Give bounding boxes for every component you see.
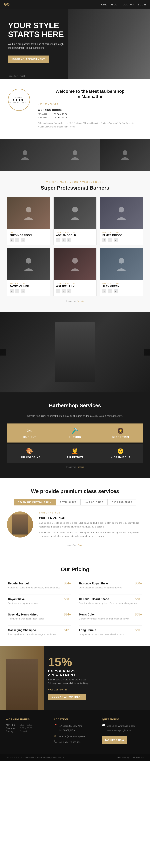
facebook-icon[interactable]: f [102, 238, 106, 242]
pricing-price: $35+ [64, 597, 71, 601]
phone-icon: 📞 [54, 740, 58, 743]
pricing-desc: Long haircut is our honor to our classic… [79, 633, 142, 636]
service-card: 🪒Shaving [52, 424, 98, 442]
service-card: 🎨Hair Coloring [7, 444, 52, 463]
hero-section: YOUR STYLE STARTS HERE We build our pass… [0, 9, 150, 79]
service-icon: ✂ [27, 428, 32, 434]
promo-discount: 15% [48, 656, 88, 668]
pricing-price: $65+ [135, 597, 142, 601]
svg-point-6 [26, 258, 31, 264]
premium-tab-cuts-and-fades[interactable]: CUTS AND FADES [108, 499, 136, 505]
linkedin-icon[interactable]: in [114, 238, 118, 242]
linkedin-icon[interactable]: in [114, 289, 118, 293]
promo-tagline: ON YOUR FIRST APPOINTMENT [48, 670, 88, 677]
hero-headline: YOUR STYLE STARTS HERE [8, 21, 78, 39]
whatsapp-button[interactable]: TAP HERE NOW [102, 736, 127, 744]
footer-link-terms-of-use[interactable]: Terms of Use [132, 756, 144, 759]
footer-email: support@barber-shop.com [59, 734, 85, 739]
nav-link-home[interactable]: HOME [100, 3, 107, 6]
location-pin-icon: 📍 [54, 724, 58, 727]
pricing-name: Royal Shave $35+ [8, 597, 71, 601]
barber-name: JAMES OLIVER [10, 285, 48, 288]
nav-link-about[interactable]: ABOUT [111, 3, 119, 6]
book-appointment-button[interactable]: BOOK AN APPOINTMENT [8, 56, 49, 63]
svg-point-2 [123, 150, 127, 155]
svg-point-8 [119, 258, 124, 264]
premium-tab-beard-and-mustache-trim[interactable]: BEARD AND MUSTACHE TRIM [13, 499, 56, 505]
barber-name: WALTER LILLY [56, 285, 94, 288]
footer-bottom: Website built in 2024 to reflect the Bes… [0, 754, 150, 761]
navigation: GO HOMEABOUTCONTACTLOGIN [0, 0, 150, 9]
gallery-strip [0, 139, 150, 171]
linkedin-icon[interactable]: in [67, 289, 71, 293]
footer-address: 17 Green St, New York, NY 10002, USA [60, 724, 82, 733]
premium-tab-hair-coloring[interactable]: HAIR COLORING [80, 499, 108, 505]
pricing-desc: Enhance your look with the permanent col… [79, 617, 142, 620]
barber-photo [53, 248, 97, 280]
nav-link-contact[interactable]: CONTACT [123, 3, 135, 6]
service-card: 💆Hair Removal [52, 444, 98, 463]
welcome-title: Welcome to the Best Barbershop in Manhat… [38, 89, 142, 99]
service-icon: 🧔 [117, 428, 124, 434]
premium-content: BARBER / STYLIST WALTER ZURICH Sample te… [7, 512, 143, 540]
pricing-name: Men's Color $55+ [79, 613, 142, 616]
hero-description: We build our passion for the art of barb… [8, 42, 78, 50]
service-card: 👶Kids Haircut [98, 444, 143, 463]
service-icon: 💆 [71, 448, 78, 454]
instagram-icon[interactable]: i [108, 238, 112, 242]
footer-hours-list: Mon - Fri:9:00 – 23:00Saturday:9:30 – 20… [6, 724, 48, 733]
pricing-item: Haircut + Beard Shape $65+ Beard or shav… [79, 594, 142, 605]
barber-social: f i in [56, 289, 94, 293]
service-card: 🧔Beard Trim [98, 424, 143, 442]
slider-next-button[interactable]: › [144, 349, 150, 355]
barber-social: f i in [10, 289, 48, 293]
footer-hours-title: Working Hours [6, 718, 48, 721]
facebook-icon[interactable]: f [102, 289, 106, 293]
premium-tab-royal-shave[interactable]: ROYAL SHAVE [56, 499, 80, 505]
facebook-icon[interactable]: f [56, 289, 60, 293]
services-description: Sample text. Click to select the text bo… [25, 415, 125, 417]
svg-point-5 [119, 207, 124, 212]
welcome-section: BARBER SHOP CRAFTED BY MANHATTAN Welcome… [0, 79, 150, 139]
barber-social: f i in [102, 238, 140, 242]
services-grid-row2: 🎨Hair Coloring💆Hair Removal👶Kids Haircut [7, 444, 143, 463]
slider-prev-button[interactable]: ‹ [0, 349, 6, 355]
hours-row: SAT-SUN09:00 – 20:00 [38, 116, 142, 119]
instagram-icon[interactable]: i [62, 238, 66, 242]
promo-sub: Sample text. Click to select the text bo… [48, 678, 88, 685]
linkedin-icon[interactable]: in [21, 289, 25, 293]
footer-questions-title: Questions? [102, 718, 144, 721]
promo-book-button[interactable]: BOOK AN APPOINTMENT [48, 694, 86, 700]
linkedin-icon[interactable]: in [67, 238, 71, 242]
pricing-price: $55+ [135, 613, 142, 616]
service-name: Hair Cut [23, 436, 36, 438]
pricing-item: Specialty Men's Haircut $34+ Premium cut… [8, 610, 71, 620]
barber-role: BARBER / STYLIST [56, 282, 94, 284]
footer-link-privacy-policy[interactable]: Privacy Policy [117, 756, 129, 759]
barber-logo: BARBER SHOP CRAFTED BY MANHATTAN [8, 89, 32, 111]
gallery-image-1 [0, 139, 50, 171]
barbers-section-title: Super Professional Barbers [6, 185, 144, 191]
slider-section: ‹ › [0, 312, 150, 393]
instagram-icon[interactable]: i [15, 289, 19, 293]
hours-container: MON-THU09:00 – 23:00SAT-SUN09:00 – 20:00 [38, 113, 142, 119]
pricing-item: Royal Shave $35+ Our three step signatur… [8, 594, 71, 605]
premium-title: We provide premium class services [6, 488, 144, 494]
premium-text: BARBER / STYLIST WALTER ZURICH Sample te… [39, 512, 143, 540]
pricing-name: Haircut + Royal Shave $60+ [79, 582, 142, 585]
nav-link-login[interactable]: LOGIN [138, 3, 146, 6]
service-name: Beard Trim [112, 436, 129, 438]
facebook-icon[interactable]: f [56, 238, 60, 242]
facebook-icon[interactable]: f [10, 289, 13, 293]
linkedin-icon[interactable]: in [21, 238, 25, 242]
instagram-icon[interactable]: i [108, 289, 112, 293]
instagram-icon[interactable]: i [15, 238, 19, 242]
pricing-name: Haircut + Beard Shape $65+ [79, 597, 142, 601]
barber-name: FRED MORRISON [10, 234, 48, 237]
pricing-desc: Relaxing shampoo + scalp massage + head … [8, 633, 71, 636]
premium-source: Images from Google [6, 544, 144, 546]
gallery-image-2 [50, 139, 100, 171]
facebook-icon[interactable]: f [10, 238, 13, 242]
instagram-icon[interactable]: i [62, 289, 66, 293]
footer-hours-row: Sunday:Closed [6, 730, 48, 733]
